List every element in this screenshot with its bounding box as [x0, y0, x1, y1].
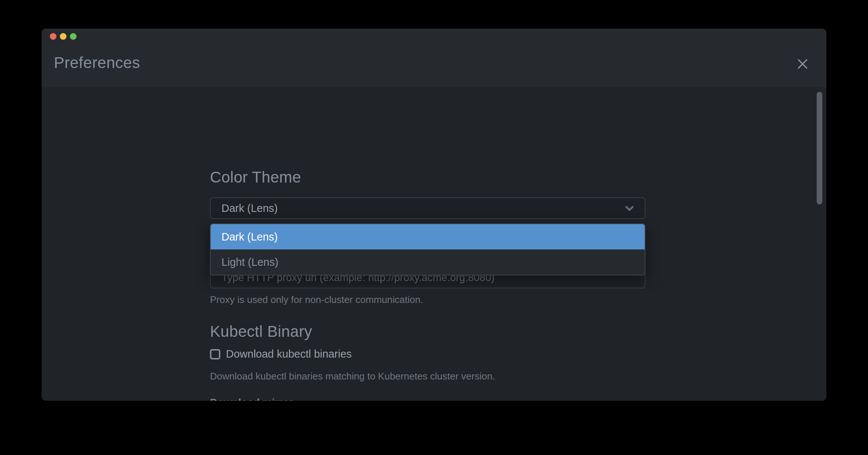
close-icon	[796, 57, 810, 71]
minimize-traffic-light-icon[interactable]	[60, 33, 67, 40]
dropdown-option-light-lens[interactable]: Light (Lens)	[211, 249, 645, 275]
preferences-window: Preferences Color Theme Dark (Lens) Dar	[42, 29, 826, 401]
download-mirror-label: Download mirror	[210, 397, 293, 401]
proxy-hint-text: Proxy is used only for non-cluster commu…	[210, 294, 423, 306]
zoom-traffic-light-icon[interactable]	[70, 33, 77, 40]
color-theme-select-value: Dark (Lens)	[221, 202, 623, 214]
kubectl-description-text: Download kubectl binaries matching to Ku…	[210, 371, 495, 382]
download-kubectl-checkbox-row[interactable]: Download kubectl binaries	[210, 348, 352, 360]
color-theme-dropdown: Dark (Lens) Light (Lens)	[210, 223, 645, 275]
page-title: Preferences	[54, 54, 140, 72]
dropdown-option-dark-lens[interactable]: Dark (Lens)	[211, 224, 645, 249]
traffic-lights	[50, 33, 77, 40]
color-theme-select[interactable]: Dark (Lens)	[210, 197, 645, 219]
close-traffic-light-icon[interactable]	[50, 33, 56, 40]
preferences-content: Color Theme Dark (Lens) Dark (Lens) Ligh…	[42, 87, 826, 401]
kubectl-binary-heading: Kubectl Binary	[210, 323, 312, 341]
close-button[interactable]	[794, 56, 811, 72]
color-theme-heading: Color Theme	[210, 168, 301, 186]
download-kubectl-checkbox[interactable]	[210, 349, 220, 359]
download-kubectl-checkbox-label: Download kubectl binaries	[226, 348, 352, 360]
titlebar: Preferences	[42, 29, 826, 87]
vertical-scrollbar-thumb[interactable]	[817, 92, 822, 204]
chevron-down-icon	[623, 202, 636, 214]
